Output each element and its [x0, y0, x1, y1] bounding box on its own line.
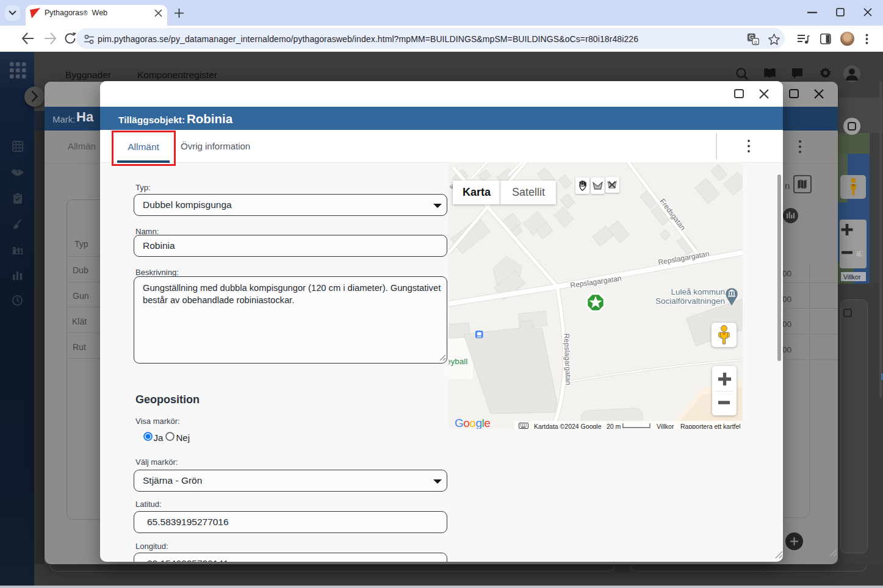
svg-text:Socialförvaltningen: Socialförvaltningen [655, 296, 725, 306]
svg-text:eyball: eyball [449, 357, 467, 366]
svg-text:Repslagargatan: Repslagargatan [563, 333, 573, 385]
svg-text:g: g [754, 39, 757, 45]
svg-text:Luleå kommun: Luleå kommun [671, 287, 725, 296]
